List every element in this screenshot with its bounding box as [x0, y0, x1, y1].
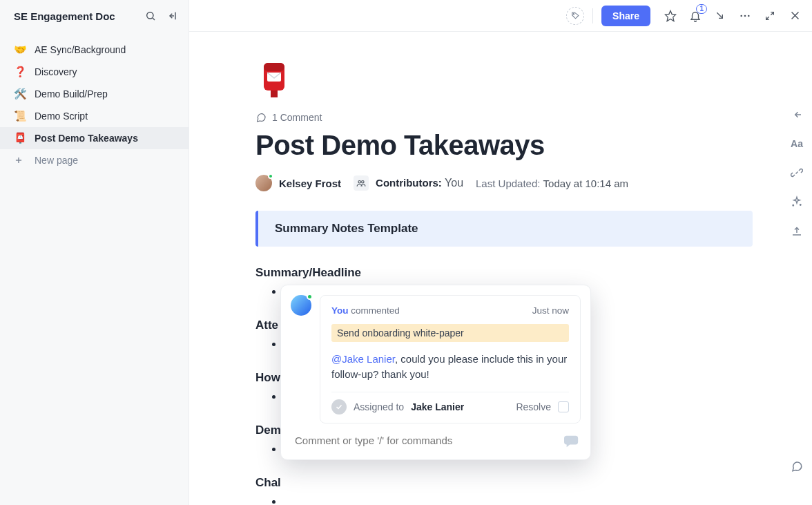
- svg-marker-7: [666, 10, 676, 21]
- comment-bubble-icon[interactable]: [790, 459, 804, 473]
- sidebar-item-ae-sync[interactable]: 🤝 AE Sync/Background: [0, 39, 188, 61]
- presence-dot: [307, 294, 313, 300]
- comment-quoted: Send onboarding white-paper: [331, 324, 569, 342]
- people-icon: [354, 175, 369, 191]
- assign-row: Assigned to Jake Lanier Resolve: [331, 392, 569, 415]
- updated-label: Last Updated:: [476, 178, 540, 189]
- star-icon[interactable]: [663, 8, 678, 23]
- download-icon[interactable]: [713, 8, 728, 23]
- contributors-value: You: [445, 177, 463, 189]
- sidebar-header: SE Engagement Doc: [0, 0, 188, 32]
- link-icon[interactable]: [790, 166, 804, 180]
- comment-count[interactable]: 1 Comment: [255, 112, 753, 123]
- question-icon: ❓: [14, 66, 26, 78]
- author-chip[interactable]: Kelsey Frost: [255, 175, 341, 191]
- resolve-button[interactable]: Resolve: [516, 401, 551, 412]
- topbar-icons: 1: [663, 8, 802, 23]
- svg-point-18: [793, 205, 794, 207]
- sidebar-item-post-demo[interactable]: 📮 Post Demo Takeaways: [0, 127, 188, 149]
- page-title[interactable]: Post Demo Takeaways: [255, 130, 753, 161]
- list-item[interactable]: [283, 495, 753, 505]
- svg-point-10: [744, 15, 746, 17]
- collapse-sidebar-icon[interactable]: [165, 8, 180, 23]
- comment-avatar: [291, 295, 311, 316]
- comment-body: @Jake Lanier, could you please include t…: [331, 352, 569, 382]
- divider: [592, 8, 593, 23]
- tools-icon: 🛠️: [14, 88, 26, 100]
- avatar: [255, 175, 272, 191]
- indent-icon[interactable]: [790, 108, 804, 122]
- comment-input[interactable]: [295, 435, 557, 446]
- bell-badge: 1: [696, 4, 707, 14]
- upload-icon[interactable]: [790, 224, 804, 238]
- sidebar-item-label: Post Demo Takeaways: [35, 133, 138, 144]
- close-icon[interactable]: [787, 8, 802, 23]
- sidebar: SE Engagement Doc 🤝 AE Sync/Background ❓…: [0, 0, 189, 505]
- contributors-chip[interactable]: Contributors: You: [354, 175, 463, 191]
- topbar: Share 1: [189, 0, 812, 32]
- sidebar-item-label: New page: [35, 155, 78, 166]
- postbox-icon: 📮: [14, 132, 26, 144]
- presence-dot: [268, 173, 273, 179]
- svg-rect-22: [271, 90, 278, 97]
- scroll-icon: 📜: [14, 110, 26, 122]
- sidebar-item-demo-script[interactable]: 📜 Demo Script: [0, 105, 188, 127]
- expand-icon[interactable]: [762, 8, 777, 23]
- resolve-checkbox[interactable]: [558, 401, 569, 412]
- mention[interactable]: @Jake Lanier: [331, 353, 395, 365]
- sidebar-item-demo-build[interactable]: 🛠️ Demo Build/Prep: [0, 83, 188, 105]
- assigned-label: Assigned to: [354, 401, 404, 412]
- comment-author: You: [331, 305, 349, 316]
- assigned-name: Jake Lanier: [411, 401, 464, 412]
- comment-card: You commented Just now Send onboarding w…: [320, 295, 581, 423]
- svg-point-23: [358, 181, 361, 184]
- meta-row: Kelsey Frost Contributors: You Last Upda…: [255, 175, 753, 191]
- plus-icon: [14, 155, 26, 165]
- svg-point-9: [740, 15, 742, 17]
- comment-count-label: 1 Comment: [272, 112, 322, 123]
- right-rail: Aa: [782, 32, 812, 505]
- typography-icon[interactable]: Aa: [790, 137, 804, 151]
- share-button[interactable]: Share: [601, 6, 650, 26]
- section-summary[interactable]: Summary/Headline: [255, 266, 753, 280]
- svg-point-17: [800, 204, 802, 206]
- contributors-label: Contributors:: [376, 177, 442, 189]
- sidebar-item-label: Demo Build/Prep: [35, 88, 108, 99]
- sidebar-title: SE Engagement Doc: [14, 10, 143, 22]
- handshake-icon: 🤝: [14, 44, 26, 56]
- sidebar-item-discovery[interactable]: ❓ Discovery: [0, 61, 188, 83]
- sidebar-list: 🤝 AE Sync/Background ❓ Discovery 🛠️ Demo…: [0, 32, 188, 171]
- sidebar-item-label: AE Sync/Background: [35, 44, 126, 55]
- section-challenges[interactable]: Chal: [255, 476, 753, 490]
- more-icon[interactable]: [737, 8, 753, 23]
- sidebar-header-icons: [143, 8, 180, 23]
- svg-point-11: [748, 15, 750, 17]
- last-updated: Last Updated: Today at 10:14 am: [476, 178, 628, 189]
- comment-input-row: [281, 423, 590, 459]
- svg-line-8: [717, 12, 722, 18]
- callout-summary-template[interactable]: Summary Notes Template: [255, 211, 753, 247]
- sidebar-item-label: Discovery: [35, 66, 77, 77]
- svg-rect-20: [264, 63, 284, 71]
- assign-check-icon[interactable]: [331, 399, 347, 415]
- sparkle-icon[interactable]: [790, 195, 804, 209]
- updated-value: Today at 10:14 am: [543, 178, 628, 189]
- search-icon[interactable]: [143, 8, 158, 23]
- comment-action: commented: [351, 305, 400, 316]
- svg-point-0: [147, 12, 153, 19]
- sidebar-item-new-page[interactable]: New page: [0, 149, 188, 171]
- sidebar-item-label: Demo Script: [35, 111, 88, 122]
- comment-popover: You commented Just now Send onboarding w…: [280, 285, 591, 460]
- author-name: Kelsey Frost: [279, 178, 341, 189]
- svg-line-1: [153, 18, 155, 20]
- bell-icon[interactable]: 1: [688, 8, 703, 23]
- tag-icon[interactable]: [566, 7, 584, 25]
- comment-time: Just now: [532, 305, 569, 316]
- page-emoji-postbox[interactable]: [255, 59, 293, 99]
- svg-point-6: [573, 14, 574, 15]
- svg-point-24: [362, 181, 365, 184]
- send-icon[interactable]: [564, 433, 579, 448]
- comment-head: You commented Just now: [331, 305, 569, 316]
